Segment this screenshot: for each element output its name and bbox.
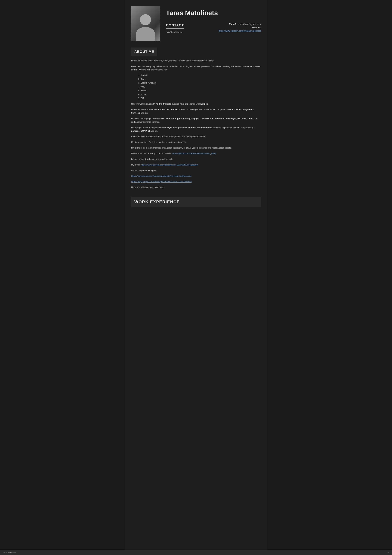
- github-link[interactable]: https://github.com/TarasMatolinets/video…: [172, 152, 216, 154]
- page-container: Taras Matolinets CONTACT Lviv/Kiev Ukrai…: [125, 0, 267, 555]
- contact-label: CONTACT: [166, 23, 184, 29]
- email-label: E-mail:: [229, 23, 236, 26]
- website-link[interactable]: https://www.linkedin.com/in/tarasmatolin…: [219, 29, 261, 33]
- contact-block: CONTACT Lviv/Kiev Ukraine: [166, 23, 184, 34]
- email-row: E-mail: ernest.hyst@gmail.com: [219, 23, 261, 26]
- avatar: [131, 6, 160, 41]
- list-item: Gradle (Groovy): [141, 81, 261, 85]
- website-label: Website:: [252, 26, 261, 29]
- about-para-7: By the way I'm really interesting in tim…: [131, 135, 261, 139]
- about-para-11: I'm one of top developers in Upwork as w…: [131, 157, 261, 161]
- about-section-header: ABOUT ME: [131, 47, 261, 56]
- contact-details: E-mail: ernest.hyst@gmail.com Website: h…: [219, 23, 261, 33]
- list-item: XML: [141, 85, 261, 88]
- list-item: HTML: [141, 93, 261, 96]
- about-para-8: Most my free time I'm trying to release …: [131, 140, 261, 144]
- play-link-1[interactable]: https://play.google.com/store/apps/detai…: [131, 175, 192, 177]
- contact-row: CONTACT Lviv/Kiev Ukraine E-mail: ernest…: [166, 23, 261, 34]
- avatar-container: [131, 6, 160, 41]
- about-para-12: My profile https://www.upwork.com/freela…: [131, 163, 261, 167]
- contact-location: Lviv/Kiev Ukraine: [166, 30, 184, 34]
- footer-name: Taras Matolinets: [3, 552, 16, 553]
- work-experience-section: WORK EXPERIENCE: [131, 197, 261, 207]
- website-row: Website: https://www.linkedin.com/in/tar…: [219, 26, 261, 33]
- list-item: Android: [141, 74, 261, 77]
- about-me-title: ABOUT ME: [131, 47, 157, 56]
- footer-page: 1: [388, 551, 389, 554]
- about-para-16: Hope you will enjoy work with me :): [131, 186, 261, 189]
- about-para-3: Now I'm working just with Android Studio…: [131, 102, 261, 106]
- upwork-link[interactable]: https://www.upwork.com/freelancers/~0127…: [141, 164, 198, 166]
- play-link-2[interactable]: https://play.google.com/store/apps/detai…: [131, 180, 192, 183]
- about-para-10: Whom want to look at my code GO HERE: ht…: [131, 152, 261, 155]
- about-para-1: I have 4 hobbies: work, travelling, spor…: [131, 59, 261, 63]
- list-item: Java: [141, 78, 261, 81]
- about-para-4: I have experience work with Android TV, …: [131, 108, 261, 115]
- list-item: GIT: [141, 97, 261, 100]
- about-para-5: I'm often use in project libraries like:…: [131, 117, 261, 124]
- tech-list: Android Java Gradle (Groovy) XML JSON HT…: [141, 74, 261, 100]
- person-name: Taras Matolinets: [166, 8, 261, 18]
- footer-bar: Taras Matolinets 1: [0, 550, 392, 555]
- header-section: Taras Matolinets CONTACT Lviv/Kiev Ukrai…: [131, 6, 261, 41]
- header-info: Taras Matolinets CONTACT Lviv/Kiev Ukrai…: [166, 6, 261, 34]
- about-para-2: I lean new staff every day to be on a to…: [131, 65, 261, 72]
- about-para-13: My simple published apps:: [131, 169, 261, 172]
- email-value: ernest.hyst@gmail.com: [238, 23, 261, 26]
- about-section: ABOUT ME I have 4 hobbies: work, travell…: [131, 47, 261, 189]
- work-experience-title: WORK EXPERIENCE: [131, 197, 261, 207]
- about-para-9: I'm loving to be a team member. It's a g…: [131, 146, 261, 150]
- list-item: JSON: [141, 89, 261, 92]
- about-para-6: I'm trying to follow in my project code …: [131, 126, 261, 133]
